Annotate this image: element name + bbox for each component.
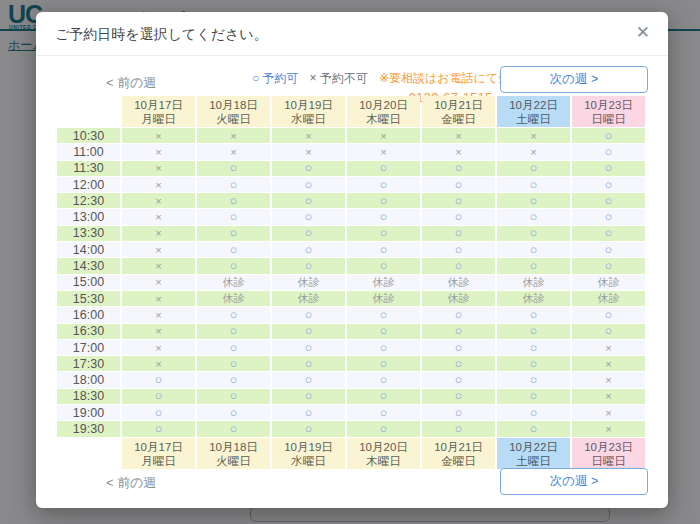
slot-cell[interactable]: ○ — [272, 307, 345, 322]
slot-cell[interactable]: ○ — [197, 421, 270, 436]
prev-week-link-top[interactable]: < 前の週 — [106, 74, 157, 92]
slot-cell[interactable]: ○ — [497, 209, 570, 224]
slot-cell[interactable]: ○ — [422, 421, 495, 436]
slot-cell[interactable]: ○ — [572, 144, 645, 159]
slot-cell[interactable]: ○ — [272, 389, 345, 404]
slot-cell[interactable]: ○ — [422, 226, 495, 241]
slot-cell[interactable]: ○ — [347, 389, 420, 404]
slot-cell[interactable]: ○ — [347, 421, 420, 436]
slot-cell[interactable]: ○ — [122, 421, 195, 436]
slot-cell[interactable]: ○ — [497, 372, 570, 387]
slot-cell[interactable]: ○ — [422, 242, 495, 257]
slot-cell[interactable]: ○ — [347, 193, 420, 208]
slot-cell[interactable]: ○ — [347, 161, 420, 176]
time-label: 17:30 — [57, 356, 120, 371]
slot-cell[interactable]: ○ — [422, 307, 495, 322]
slot-cell[interactable]: ○ — [197, 389, 270, 404]
slot-cell[interactable]: ○ — [272, 405, 345, 420]
slot-cell[interactable]: ○ — [497, 161, 570, 176]
day-header-cell: 10月21日金曜日 — [422, 96, 495, 127]
slot-cell[interactable]: ○ — [197, 193, 270, 208]
slot-cell[interactable]: ○ — [197, 242, 270, 257]
slot-cell[interactable]: ○ — [122, 389, 195, 404]
slot-cell[interactable]: ○ — [497, 226, 570, 241]
slot-cell[interactable]: ○ — [422, 324, 495, 339]
slot-cell[interactable]: ○ — [347, 258, 420, 273]
slot-cell[interactable]: ○ — [197, 372, 270, 387]
slot-cell[interactable]: ○ — [197, 307, 270, 322]
slot-cell[interactable]: ○ — [422, 258, 495, 273]
slot-cell[interactable]: ○ — [272, 242, 345, 257]
slot-cell[interactable]: ○ — [272, 258, 345, 273]
next-week-button-bottom[interactable]: 次の週 > — [500, 468, 648, 495]
slot-cell[interactable]: ○ — [197, 258, 270, 273]
slot-cell[interactable]: ○ — [197, 177, 270, 192]
slot-cell[interactable]: ○ — [197, 356, 270, 371]
slot-cell[interactable]: ○ — [422, 209, 495, 224]
slot-cell[interactable]: ○ — [347, 340, 420, 355]
slot-cell[interactable]: ○ — [572, 324, 645, 339]
slot-cell[interactable]: ○ — [422, 340, 495, 355]
slot-cell[interactable]: ○ — [497, 324, 570, 339]
slot-cell[interactable]: ○ — [272, 372, 345, 387]
slot-cell[interactable]: ○ — [572, 307, 645, 322]
slot-cell[interactable]: ○ — [422, 389, 495, 404]
slot-cell: 休診 — [197, 291, 270, 306]
slot-cell[interactable]: ○ — [347, 307, 420, 322]
slot-cell[interactable]: ○ — [347, 356, 420, 371]
slot-cell[interactable]: ○ — [497, 340, 570, 355]
slot-cell[interactable]: ○ — [572, 177, 645, 192]
slot-cell[interactable]: ○ — [497, 177, 570, 192]
slot-cell[interactable]: ○ — [572, 161, 645, 176]
slot-cell[interactable]: ○ — [497, 356, 570, 371]
slot-cell[interactable]: ○ — [197, 340, 270, 355]
slot-cell[interactable]: ○ — [272, 177, 345, 192]
slot-cell[interactable]: ○ — [572, 193, 645, 208]
slot-cell[interactable]: ○ — [347, 242, 420, 257]
slot-cell[interactable]: ○ — [572, 128, 645, 143]
slot-cell[interactable]: ○ — [422, 372, 495, 387]
slot-cell[interactable]: ○ — [422, 193, 495, 208]
slot-cell[interactable]: ○ — [347, 372, 420, 387]
slot-cell[interactable]: ○ — [497, 307, 570, 322]
slot-cell[interactable]: ○ — [497, 389, 570, 404]
slot-cell[interactable]: ○ — [197, 405, 270, 420]
slot-cell[interactable]: ○ — [422, 161, 495, 176]
slot-cell[interactable]: ○ — [197, 161, 270, 176]
slot-cell[interactable]: ○ — [572, 226, 645, 241]
slot-cell[interactable]: ○ — [272, 193, 345, 208]
slot-cell[interactable]: ○ — [572, 258, 645, 273]
slot-cell[interactable]: ○ — [122, 405, 195, 420]
slot-cell[interactable]: ○ — [272, 161, 345, 176]
slot-cell[interactable]: ○ — [572, 209, 645, 224]
slot-cell[interactable]: ○ — [197, 324, 270, 339]
slot-cell[interactable]: ○ — [272, 356, 345, 371]
slot-cell[interactable]: ○ — [272, 340, 345, 355]
slot-cell[interactable]: ○ — [122, 372, 195, 387]
slot-cell[interactable]: ○ — [347, 405, 420, 420]
slot-cell[interactable]: ○ — [347, 324, 420, 339]
slot-cell[interactable]: ○ — [197, 226, 270, 241]
close-icon[interactable]: ✕ — [636, 23, 650, 43]
slot-cell[interactable]: ○ — [422, 177, 495, 192]
slot-cell[interactable]: ○ — [497, 193, 570, 208]
slot-cell[interactable]: ○ — [347, 209, 420, 224]
next-week-button-top[interactable]: 次の週 > — [500, 66, 648, 93]
slot-cell[interactable]: ○ — [422, 356, 495, 371]
slot-cell[interactable]: ○ — [497, 242, 570, 257]
slot-cell[interactable]: ○ — [272, 324, 345, 339]
slot-cell[interactable]: ○ — [272, 226, 345, 241]
slot-cell[interactable]: ○ — [422, 405, 495, 420]
slot-cell[interactable]: ○ — [272, 209, 345, 224]
slot-cell[interactable]: ○ — [497, 258, 570, 273]
slot-cell[interactable]: ○ — [497, 405, 570, 420]
slot-cell[interactable]: ○ — [497, 421, 570, 436]
slot-cell[interactable]: ○ — [572, 242, 645, 257]
unavailable-x-icon: × — [155, 179, 161, 191]
slot-cell[interactable]: ○ — [197, 209, 270, 224]
slot-cell[interactable]: ○ — [272, 421, 345, 436]
slot-cell[interactable]: ○ — [347, 177, 420, 192]
slot-cell: × — [122, 356, 195, 371]
prev-week-link-bottom[interactable]: < 前の週 — [106, 474, 157, 492]
slot-cell[interactable]: ○ — [347, 226, 420, 241]
